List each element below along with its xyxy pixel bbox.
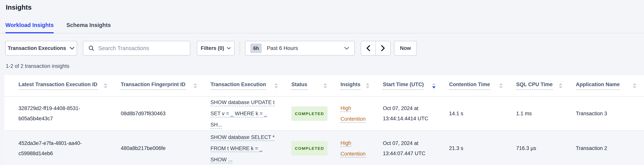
insights-table: Latest Transaction Execution ID Transact… xyxy=(4,75,644,165)
cell-start-time: Oct 07, 2024 at 13:44:07.447 UTC xyxy=(377,130,443,165)
cell-fingerprint-id: 480a8b217be006fe xyxy=(115,130,205,165)
time-range-label: Past 6 Hours xyxy=(267,45,298,51)
chevron-down-icon xyxy=(70,47,74,50)
toolbar-divider xyxy=(240,41,240,55)
column-header-latest-transaction-execution-id[interactable]: Latest Transaction Execution ID xyxy=(4,75,115,97)
page-title: Insights xyxy=(6,4,644,11)
contention-time: 14.1 s xyxy=(449,111,463,116)
search-box[interactable] xyxy=(83,41,190,56)
sql-cpu-time: 1.1 ms xyxy=(516,111,532,116)
next-time-button[interactable] xyxy=(376,41,390,55)
table-row: 328729d2-ff19-4408-8531-b05a5b4e43c7 08d… xyxy=(4,97,644,130)
chevron-right-icon xyxy=(381,45,385,52)
tab-schema-insights[interactable]: Schema Insights xyxy=(66,22,111,33)
sql-cpu-time: 716.3 µs xyxy=(516,145,536,151)
column-label: Start Time (UTC) xyxy=(383,82,424,90)
execution-id: 328729d2-ff19-4408-8531-b05a5b4e43c7 xyxy=(18,105,80,121)
column-header-start-time[interactable]: Start Time (UTC) xyxy=(377,75,443,97)
column-header-status[interactable]: Status xyxy=(286,75,335,97)
column-header-contention-time[interactable]: Contention Time xyxy=(443,75,510,97)
chevron-left-icon xyxy=(366,45,370,52)
filters-dropdown[interactable]: Filters (0) xyxy=(197,41,234,56)
table-row: 452da3e7-e7fa-4801-aa40-c59988d14eb6 480… xyxy=(4,130,644,165)
column-label: Transaction Execution xyxy=(210,82,266,90)
sort-icon xyxy=(633,83,636,88)
cell-start-time: Oct 07, 2024 at 13:44:14.4414 UTC xyxy=(377,97,443,130)
transaction-query-link[interactable]: SHOW database SELECT * FROM t WHERE k = … xyxy=(210,132,277,165)
transaction-type-dropdown[interactable]: Transaction Executions xyxy=(5,41,77,56)
column-label: SQL CPU Time xyxy=(516,82,553,90)
column-header-application-name[interactable]: Application Name xyxy=(570,75,644,97)
table-header-row: Latest Transaction Execution ID Transact… xyxy=(4,75,644,97)
cell-sql-cpu-time: 716.3 µs xyxy=(510,130,570,165)
application-name: Transaction 2 xyxy=(576,145,607,151)
cell-status: COMPLETED xyxy=(286,130,335,165)
sort-icon-active-desc xyxy=(432,83,436,88)
results-summary: 1-2 of 2 transaction insights xyxy=(6,63,644,69)
time-range-picker[interactable]: 6h Past 6 Hours xyxy=(245,41,355,56)
column-label: Latest Transaction Execution ID xyxy=(18,82,98,90)
sort-icon xyxy=(324,83,327,88)
column-header-insights[interactable]: Insights xyxy=(335,75,377,97)
status-badge: COMPLETED xyxy=(292,141,328,155)
search-input[interactable] xyxy=(98,45,185,52)
sort-icon xyxy=(559,83,562,88)
column-header-transaction-fingerprint-id[interactable]: Transaction Fingerprint ID xyxy=(115,75,205,97)
cell-execution-id: 328729d2-ff19-4408-8531-b05a5b4e43c7 xyxy=(4,97,115,130)
cell-insights: High Contention xyxy=(335,130,377,165)
cell-transaction-execution: SHOW database UPDATE t SET v = _ WHERE k… xyxy=(205,97,286,130)
contention-time: 21.3 s xyxy=(449,145,463,151)
prev-time-button[interactable] xyxy=(361,41,376,55)
sort-icon xyxy=(104,83,107,88)
cell-fingerprint-id: 08d8b7d97f830463 xyxy=(115,97,205,130)
chevron-down-icon xyxy=(227,47,231,50)
cell-application-name: Transaction 2 xyxy=(570,130,644,165)
cell-execution-id: 452da3e7-e7fa-4801-aa40-c59988d14eb6 xyxy=(4,130,115,165)
application-name: Transaction 3 xyxy=(576,111,607,116)
now-button[interactable]: Now xyxy=(394,41,417,56)
insights-table-card: Latest Transaction Execution ID Transact… xyxy=(4,75,644,165)
tab-label: Schema Insights xyxy=(66,22,111,28)
sort-icon xyxy=(499,83,503,88)
column-header-sql-cpu-time[interactable]: SQL CPU Time xyxy=(510,75,570,97)
tab-label: Workload Insights xyxy=(6,22,54,28)
tab-bar: Workload Insights Schema Insights xyxy=(0,22,644,33)
cell-status: COMPLETED xyxy=(286,97,335,130)
transaction-query-link[interactable]: SHOW database UPDATE t SET v = _ WHERE k… xyxy=(210,97,277,130)
search-icon xyxy=(88,45,94,51)
high-contention-link[interactable]: High Contention xyxy=(340,105,366,122)
fingerprint-id: 480a8b217be006fe xyxy=(121,145,166,151)
cell-contention-time: 14.1 s xyxy=(443,97,510,130)
status-badge: COMPLETED xyxy=(292,106,328,121)
start-time: Oct 07, 2024 at 13:44:14.4414 UTC xyxy=(383,105,428,121)
column-label: Status xyxy=(292,82,307,90)
column-header-transaction-execution[interactable]: Transaction Execution xyxy=(205,75,286,97)
cell-contention-time: 21.3 s xyxy=(443,130,510,165)
time-nav-group xyxy=(361,41,391,56)
sort-icon xyxy=(274,83,278,88)
sort-icon xyxy=(194,83,197,88)
insights-page: Insights Workload Insights Schema Insigh… xyxy=(0,4,644,165)
column-label: Contention Time xyxy=(449,82,490,90)
cell-insights: High Contention xyxy=(335,97,377,130)
chevron-down-icon xyxy=(344,47,349,50)
column-label: Transaction Fingerprint ID xyxy=(121,82,186,90)
start-time: Oct 07, 2024 at 13:44:07.447 UTC xyxy=(383,140,426,156)
time-range-badge: 6h xyxy=(250,44,262,53)
sort-icon xyxy=(366,83,370,88)
execution-id: 452da3e7-e7fa-4801-aa40-c59988d14eb6 xyxy=(18,140,82,156)
toolbar: Transaction Executions Filters (0) 6h Pa… xyxy=(5,41,644,56)
cell-sql-cpu-time: 1.1 ms xyxy=(510,97,570,130)
cell-transaction-execution: SHOW database SELECT * FROM t WHERE k = … xyxy=(205,130,286,165)
high-contention-link[interactable]: High Contention xyxy=(340,140,366,157)
cell-application-name: Transaction 3 xyxy=(570,97,644,130)
column-label: Insights xyxy=(340,82,360,90)
column-label: Application Name xyxy=(576,82,620,90)
transaction-type-label: Transaction Executions xyxy=(8,45,66,51)
filters-label: Filters (0) xyxy=(201,45,224,51)
tab-workload-insights[interactable]: Workload Insights xyxy=(6,22,54,33)
fingerprint-id: 08d8b7d97f830463 xyxy=(121,111,166,116)
